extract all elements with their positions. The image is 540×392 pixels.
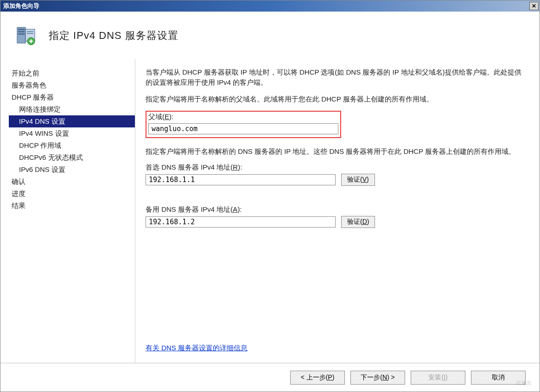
preferred-dns-label: 首选 DNS 服务器 IPv4 地址(R): [146,163,526,172]
sidebar-item-confirm[interactable]: 确认 [9,176,135,188]
previous-button[interactable]: < 上一步(P) [290,371,345,385]
svg-rect-3 [18,33,25,35]
preferred-dns-group: 首选 DNS 服务器 IPv4 地址(R): 验证(V) [146,163,526,186]
parent-domain-input[interactable] [148,123,338,134]
close-icon: ✕ [532,3,536,9]
close-button[interactable]: ✕ [529,2,539,10]
sidebar-item-ipv4-dns[interactable]: IPv4 DNS 设置 [9,115,135,127]
verify-preferred-button[interactable]: 验证(V) [341,174,375,186]
watermark: 亿速云 [516,379,532,386]
sidebar-item-dhcpv6-stateless[interactable]: DHCPv6 无状态模式 [9,152,135,164]
sidebar-item-before-begin[interactable]: 开始之前 [9,67,135,79]
more-info-link[interactable]: 有关 DNS 服务器设置的详细信息 [146,344,248,353]
svg-rect-6 [27,33,33,34]
wizard-footer: < 上一步(P) 下一步(N) > 安装(I) 取消 亿速云 [0,363,540,392]
alternate-dns-group: 备用 DNS 服务器 IPv4 地址(A): 验证(D) [146,205,526,228]
install-button[interactable]: 安装(I) [411,371,465,385]
alternate-dns-input[interactable] [146,216,336,228]
sidebar-item-progress[interactable]: 进度 [9,188,135,200]
content-panel: 当客户端从 DHCP 服务器获取 IP 地址时，可以将 DHCP 选项(如 DN… [135,59,540,363]
sidebar-item-server-roles[interactable]: 服务器角色 [9,79,135,91]
wizard-body: 开始之前 服务器角色 DHCP 服务器 网络连接绑定 IPv4 DNS 设置 I… [0,59,540,363]
window-title: 添加角色向导 [3,2,39,10]
wizard-window: 添加角色向导 ✕ 指定 IPv4 DNS 服务器设置 开始之前 服务器角色 [0,0,540,392]
preferred-dns-input[interactable] [146,174,336,185]
intro-text-2: 指定客户端将用于名称解析的父域名。此域将用于您在此 DHCP 服务器上创建的所有… [146,94,526,104]
next-button[interactable]: 下一步(N) > [350,371,405,385]
sidebar-item-dhcp-scope[interactable]: DHCP 作用域 [9,139,135,152]
wizard-header: 指定 IPv4 DNS 服务器设置 [0,12,540,59]
page-title: 指定 IPv4 DNS 服务器设置 [49,29,178,43]
sidebar-item-results[interactable]: 结果 [9,200,135,212]
sidebar-item-network-binding[interactable]: 网络连接绑定 [9,103,135,115]
svg-rect-5 [27,31,33,32]
server-role-icon [15,25,38,47]
sidebar-item-ipv4-wins[interactable]: IPv4 WINS 设置 [9,127,135,139]
alternate-dns-label: 备用 DNS 服务器 IPv4 地址(A): [146,205,526,214]
verify-alternate-button[interactable]: 验证(D) [341,216,375,228]
sidebar-item-ipv6-dns[interactable]: IPv6 DNS 设置 [9,164,135,176]
parent-domain-highlight: 父域(E): [146,111,341,138]
parent-domain-label: 父域(E): [148,113,338,121]
svg-rect-2 [18,31,25,32]
title-bar[interactable]: 添加角色向导 ✕ [0,0,540,12]
sidebar: 开始之前 服务器角色 DHCP 服务器 网络连接绑定 IPv4 DNS 设置 I… [0,59,135,363]
dns-intro-text: 指定客户端将用于名称解析的 DNS 服务器的 IP 地址。这些 DNS 服务器将… [146,146,526,157]
sidebar-item-dhcp-server[interactable]: DHCP 服务器 [9,91,135,103]
intro-text-1: 当客户端从 DHCP 服务器获取 IP 地址时，可以将 DHCP 选项(如 DN… [146,67,526,88]
svg-rect-1 [18,29,25,30]
